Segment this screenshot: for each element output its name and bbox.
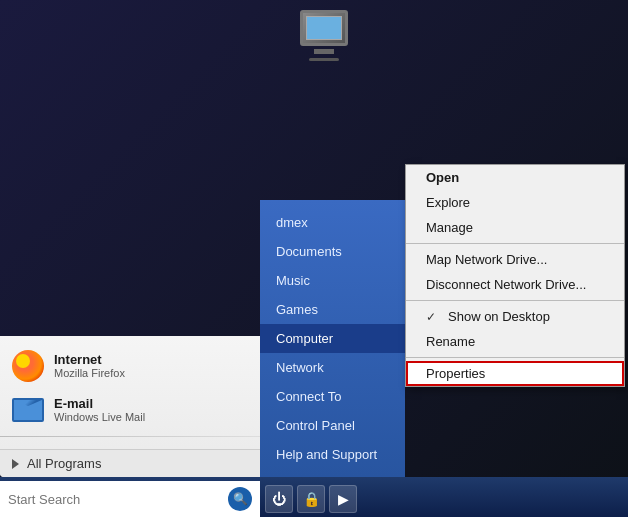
search-bar: 🔍	[0, 481, 260, 517]
desktop: Internet Mozilla Firefox E-mail Windows …	[0, 0, 628, 517]
pinned-internet-subtitle: Mozilla Firefox	[54, 367, 125, 380]
pinned-internet-text: Internet Mozilla Firefox	[54, 352, 125, 381]
ctx-sep-2	[406, 300, 624, 301]
ctx-show-on-desktop[interactable]: ✓ Show on Desktop	[406, 304, 624, 329]
power-button[interactable]: ⏻	[265, 485, 293, 513]
mail-icon-wrapper	[12, 394, 44, 426]
right-item-help-support[interactable]: Help and Support	[260, 440, 405, 469]
ctx-sep-3	[406, 357, 624, 358]
pinned-email-text: E-mail Windows Live Mail	[54, 396, 145, 425]
all-programs-button[interactable]: All Programs	[0, 450, 260, 477]
monitor-base	[309, 58, 339, 61]
right-item-music[interactable]: Music	[260, 266, 405, 295]
ctx-show-on-desktop-label: Show on Desktop	[448, 309, 550, 324]
power-icon: ⏻	[272, 491, 286, 507]
pinned-email[interactable]: E-mail Windows Live Mail	[0, 388, 260, 432]
monitor-shape	[300, 10, 348, 46]
all-programs-arrow-icon	[12, 459, 19, 469]
start-menu-left-panel: Internet Mozilla Firefox E-mail Windows …	[0, 336, 260, 477]
pinned-separator	[0, 436, 260, 437]
taskbar: 🔍 ⏻ 🔒 ▶	[0, 477, 628, 517]
pinned-email-subtitle: Windows Live Mail	[54, 411, 145, 424]
firefox-icon-wrapper	[12, 350, 44, 382]
ctx-explore[interactable]: Explore	[406, 190, 624, 215]
arrow-button[interactable]: ▶	[329, 485, 357, 513]
ctx-manage[interactable]: Manage	[406, 215, 624, 240]
pinned-internet[interactable]: Internet Mozilla Firefox	[0, 344, 260, 388]
ctx-properties[interactable]: Properties	[406, 361, 624, 386]
pinned-email-title: E-mail	[54, 396, 145, 412]
right-item-network[interactable]: Network	[260, 353, 405, 382]
search-button[interactable]: 🔍	[228, 487, 252, 511]
ctx-map-network-drive[interactable]: Map Network Drive...	[406, 247, 624, 272]
lock-button[interactable]: 🔒	[297, 485, 325, 513]
right-item-connect-to[interactable]: Connect To	[260, 382, 405, 411]
monitor-screen	[306, 16, 342, 40]
show-on-desktop-checkmark: ✓	[426, 310, 442, 324]
all-programs-label: All Programs	[27, 456, 101, 471]
search-icon: 🔍	[233, 492, 248, 506]
arrow-icon: ▶	[338, 491, 349, 507]
pinned-apps-list: Internet Mozilla Firefox E-mail Windows …	[0, 336, 260, 450]
right-item-documents[interactable]: Documents	[260, 237, 405, 266]
search-input[interactable]	[8, 492, 224, 507]
lock-icon: 🔒	[303, 491, 320, 507]
start-menu: Internet Mozilla Firefox E-mail Windows …	[0, 200, 405, 477]
ctx-sep-1	[406, 243, 624, 244]
monitor-stand	[314, 49, 334, 54]
right-item-games[interactable]: Games	[260, 295, 405, 324]
firefox-icon	[12, 350, 44, 382]
right-item-control-panel[interactable]: Control Panel	[260, 411, 405, 440]
start-menu-right-panel: dmex Documents Music Games Computer Netw…	[260, 200, 405, 477]
pinned-internet-title: Internet	[54, 352, 125, 368]
ctx-open[interactable]: Open	[406, 165, 624, 190]
ctx-disconnect-network-drive[interactable]: Disconnect Network Drive...	[406, 272, 624, 297]
context-menu: Open Explore Manage Map Network Drive...…	[405, 164, 625, 387]
right-item-computer[interactable]: Computer	[260, 324, 405, 353]
mail-icon	[12, 398, 44, 422]
right-item-dmex[interactable]: dmex	[260, 208, 405, 237]
computer-desktop-icon	[300, 10, 348, 61]
taskbar-controls: ⏻ 🔒 ▶	[265, 485, 357, 513]
ctx-rename[interactable]: Rename	[406, 329, 624, 354]
